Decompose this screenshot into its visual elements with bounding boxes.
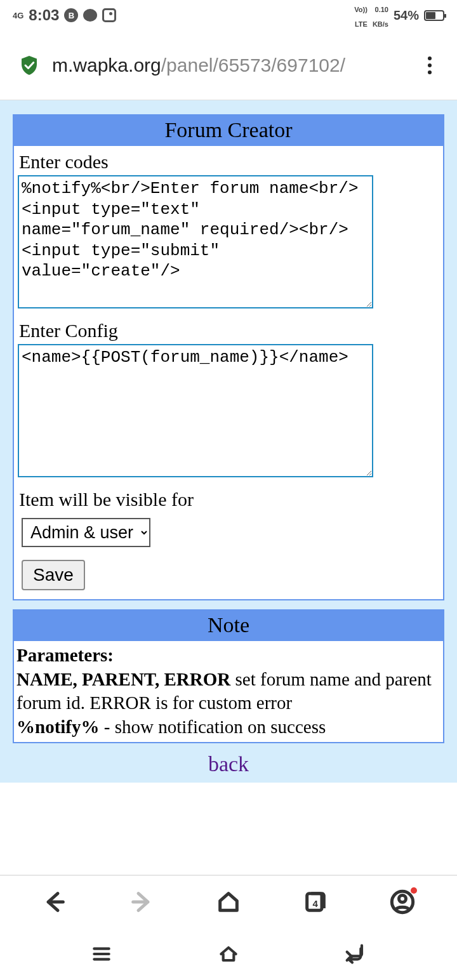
note-panel: Note Parameters: NAME, PARENT, ERROR set… [13, 609, 444, 743]
save-button[interactable]: Save [22, 560, 85, 590]
nav-back-button[interactable] [42, 889, 67, 917]
data-speed: 0.10KB/s [373, 6, 388, 28]
codes-label: Enter codes [19, 151, 439, 173]
url-path: /panel/65573/697102/ [161, 55, 345, 76]
config-textarea[interactable] [18, 344, 373, 477]
browser-bottom-nav: 4 [0, 875, 457, 930]
visibility-select[interactable]: Admin & user [22, 518, 150, 547]
browser-address-bar: m.wapka.org/panel/65573/697102/ [0, 30, 457, 100]
url-text[interactable]: m.wapka.org/panel/65573/697102/ [52, 55, 409, 76]
notification-dot-icon [411, 887, 417, 894]
visibility-label: Item will be visible for [19, 489, 439, 510]
nav-tabs-count: 4 [313, 898, 318, 909]
network-type: 4G [13, 11, 23, 20]
camera-icon [102, 8, 116, 22]
panel-title: Forum Creator [14, 116, 443, 146]
app-badge-icon: B [64, 8, 78, 22]
page-body: Forum Creator Enter codes Enter Config I… [0, 100, 457, 783]
nav-home-button[interactable] [216, 889, 241, 917]
system-nav-bar [0, 930, 457, 980]
note-notify-bold: %notify% [17, 717, 100, 737]
status-bar: 4G 8:03 B Vo))LTE 0.10KB/s 54% [0, 0, 457, 30]
note-body: Parameters: NAME, PARENT, ERROR set foru… [14, 641, 443, 742]
sys-home-button[interactable] [215, 941, 242, 969]
svg-point-2 [399, 896, 406, 903]
browser-menu-button[interactable] [420, 56, 439, 74]
note-parameters-heading: Parameters: [17, 645, 114, 665]
note-notify-text: - show notification on success [100, 717, 326, 737]
sys-back-button[interactable] [341, 941, 369, 969]
url-host: m.wapka.org [52, 55, 161, 76]
battery-percent: 54% [394, 8, 419, 23]
nav-forward-button[interactable] [129, 889, 154, 917]
volte-icon: Vo))LTE [354, 6, 368, 28]
site-secure-icon[interactable] [18, 54, 41, 77]
battery-icon [424, 10, 444, 21]
config-label: Enter Config [19, 320, 439, 341]
sys-recent-button[interactable] [88, 941, 116, 969]
status-time: 8:03 [29, 6, 59, 24]
note-title: Note [14, 611, 443, 641]
chat-icon [83, 9, 97, 22]
nav-tabs-button[interactable]: 4 [303, 889, 328, 917]
note-params-bold: NAME, PARENT, ERROR [17, 669, 230, 689]
back-link[interactable]: back [13, 752, 444, 776]
nav-profile-button[interactable] [390, 889, 415, 917]
forum-creator-panel: Forum Creator Enter codes Enter Config I… [13, 114, 444, 600]
codes-textarea[interactable] [18, 175, 373, 308]
